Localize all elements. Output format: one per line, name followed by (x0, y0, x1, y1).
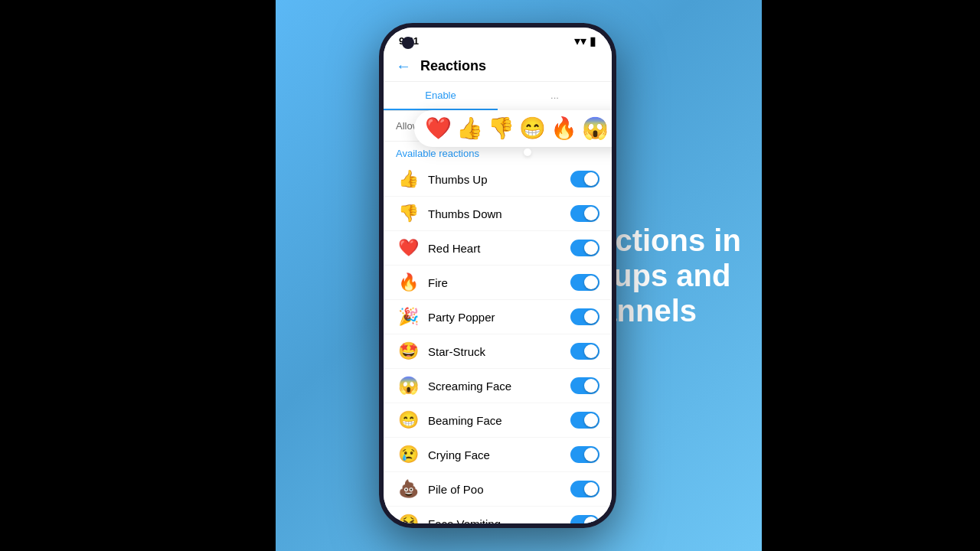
battery-icon: ▮ (590, 34, 596, 48)
reaction-item-partypopper: 🎉 Party Popper (384, 300, 612, 334)
emoji-starstruck: 🤩 (396, 341, 420, 361)
reaction-name-starstruck: Star-Struck (428, 345, 570, 358)
emoji-reaction-bubble: ❤️ 👍 👎 😁 🔥 😱 🌟 (414, 110, 612, 147)
emoji-redheart: ❤️ (396, 238, 420, 258)
toggle-facevomiting[interactable] (570, 515, 599, 523)
emoji-beamingface: 😁 (396, 410, 420, 430)
phone-screen: ❤️ 👍 👎 😁 🔥 😱 🌟 9:41 ▾▾ ▮ ← Reactions (384, 28, 612, 523)
emoji-cryingface: 😢 (396, 445, 420, 465)
toggle-pileofpoo[interactable] (570, 481, 599, 497)
toggle-beamingface[interactable] (570, 412, 599, 429)
reaction-name-screamingface: Screaming Face (428, 380, 570, 393)
wifi-icon: ▾▾ (574, 34, 586, 48)
page-title: Reactions (420, 58, 486, 74)
reaction-name-fire: Fire (428, 276, 570, 289)
tab-other[interactable]: ... (498, 82, 612, 110)
back-button[interactable]: ← (396, 57, 411, 75)
phone-frame: ❤️ 👍 👎 😁 🔥 😱 🌟 9:41 ▾▾ ▮ ← Reactions (379, 23, 616, 528)
emoji-facevomiting: 🤮 (396, 514, 420, 523)
reaction-name-beamingface: Beaming Face (428, 414, 570, 427)
toggle-fire[interactable] (570, 274, 599, 291)
reaction-name-cryingface: Crying Face (428, 448, 570, 461)
bubble-emoji-fire: 🔥 (550, 118, 577, 139)
reaction-name-redheart: Red Heart (428, 242, 570, 255)
toggle-thumbsup[interactable] (570, 171, 599, 187)
camera-dot (402, 37, 414, 49)
reaction-name-partypopper: Party Popper (428, 311, 570, 324)
emoji-partypopper: 🎉 (396, 307, 420, 327)
toggle-thumbsdown[interactable] (570, 205, 599, 222)
bubble-emoji-heart: ❤️ (425, 118, 452, 139)
reaction-item-starstruck: 🤩 Star-Struck (384, 334, 612, 369)
reaction-item-fire: 🔥 Fire (384, 266, 612, 300)
reaction-name-thumbsdown: Thumbs Down (428, 207, 570, 220)
emoji-fire: 🔥 (396, 272, 420, 292)
main-content: Reactions in Groups and Channels ❤️ 👍 👎 … (0, 0, 980, 551)
reaction-name-facevomiting: Face Vomiting (428, 517, 570, 524)
reaction-item-redheart: ❤️ Red Heart (384, 231, 612, 266)
bubble-emoji-thumbsdown: 👎 (488, 118, 514, 139)
reaction-name-pileofpoo: Pile of Poo (428, 483, 570, 496)
reactions-list: 👍 Thumbs Up 👎 Thumbs Down ❤️ Red Heart 🔥 (384, 162, 612, 523)
app-header: ← Reactions (384, 51, 612, 82)
bubble-emoji-thumbsup: 👍 (456, 118, 483, 139)
toggle-starstruck[interactable] (570, 343, 599, 360)
toggle-cryingface[interactable] (570, 446, 599, 463)
toggle-redheart[interactable] (570, 240, 599, 256)
emoji-thumbsdown: 👎 (396, 204, 420, 223)
bubble-emoji-grin: 😁 (519, 118, 546, 139)
toggle-screamingface[interactable] (570, 377, 599, 394)
reaction-item-thumbsdown: 👎 Thumbs Down (384, 197, 612, 231)
reaction-item-thumbsup: 👍 Thumbs Up (384, 162, 612, 197)
emoji-screamingface: 😱 (396, 376, 420, 396)
emoji-pileofpoo: 💩 (396, 479, 420, 499)
toggle-partypopper[interactable] (570, 308, 599, 325)
reaction-item-pileofpoo: 💩 Pile of Poo (384, 472, 612, 507)
reaction-name-thumbsup: Thumbs Up (428, 173, 570, 186)
bubble-emoji-scream: 😱 (582, 118, 609, 139)
reaction-item-screamingface: 😱 Screaming Face (384, 369, 612, 403)
tab-bar: Enable ... (384, 82, 612, 111)
reaction-item-facevomiting: 🤮 Face Vomiting (384, 507, 612, 523)
status-icons: ▾▾ ▮ (574, 34, 596, 48)
reaction-item-beamingface: 😁 Beaming Face (384, 403, 612, 438)
emoji-thumbsup: 👍 (396, 169, 420, 189)
reaction-item-cryingface: 😢 Crying Face (384, 438, 612, 472)
tab-enable[interactable]: Enable (384, 82, 498, 110)
status-bar: 9:41 ▾▾ ▮ (384, 28, 612, 51)
